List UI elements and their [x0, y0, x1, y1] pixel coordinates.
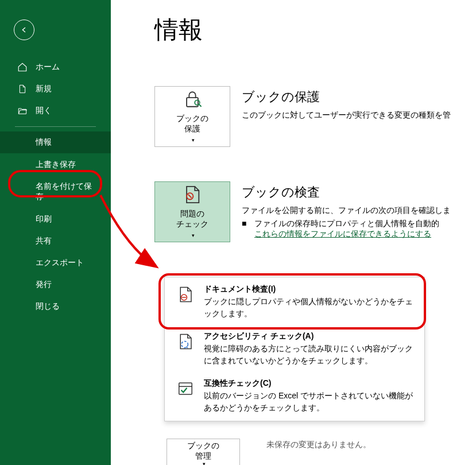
inspect-bullet: ファイルの保存時にプロパティと個人情報を自動的 — [254, 219, 439, 229]
nav-divider — [15, 126, 96, 127]
nav-label: 開く — [36, 106, 52, 116]
nav-export[interactable]: エクスポート — [0, 251, 111, 273]
page-title: 情報 — [154, 14, 476, 46]
menu-desc: 視覚に障碍のある方にとって読み取りにくい内容がブックに含まれていないかどうかをチ… — [204, 343, 413, 367]
menu-compatibility-check[interactable]: 互換性チェック(C) 以前のバージョンの Excel でサポートされていない機能… — [165, 373, 424, 420]
nav-save-as[interactable]: 名前を付けて保存 — [0, 175, 111, 207]
nav-new[interactable]: 新規 — [0, 78, 111, 100]
menu-title: 互換性チェック(C) — [204, 378, 413, 389]
accessibility-icon — [176, 332, 195, 351]
inspect-desc: ファイルを公開する前に、ファイルの次の項目を確認しま — [242, 204, 476, 216]
nav-save[interactable]: 上書き保存 — [0, 153, 111, 175]
manage-workbook-button[interactable]: ブックの 管理▾ — [167, 439, 240, 465]
menu-accessibility-check[interactable]: アクセシビリティ チェック(A) 視覚に障碍のある方にとって読み取りにくい内容が… — [165, 326, 424, 373]
document-new-icon — [17, 84, 28, 94]
check-for-issues-button[interactable]: 問題の チェック▾ — [154, 181, 230, 242]
nav-publish[interactable]: 発行 — [0, 273, 111, 295]
chevron-down-icon: ▾ — [192, 232, 195, 239]
menu-document-inspect[interactable]: ドキュメント検査(I) ブックに隠しプロパティや個人情報がないかどうかをチェック… — [165, 278, 424, 326]
chevron-down-icon: ▾ — [192, 137, 195, 144]
tile-label: ブックの 管理 — [187, 440, 219, 461]
nav-label: ホーム — [36, 62, 60, 72]
nav-home[interactable]: ホーム — [0, 56, 111, 78]
backstage-sidebar: ホーム 新規 開く 情報 上書き保存 名前を付けて保存 印刷 共有 エクスポート… — [0, 0, 111, 465]
document-check-icon — [182, 184, 203, 205]
document-inspect-icon — [176, 285, 195, 304]
nav-label: 情報 — [36, 137, 52, 148]
nav-print[interactable]: 印刷 — [0, 208, 111, 230]
nav-info[interactable]: 情報 — [0, 131, 111, 153]
nav-close[interactable]: 閉じる — [0, 295, 111, 317]
inspect-title: ブックの検査 — [242, 184, 476, 201]
home-icon — [17, 62, 28, 72]
bullet-icon: ■ — [242, 219, 246, 239]
section-protect: ブックの 保護▾ ブックの保護 このブックに対してユーザーが実行できる変更の種類… — [154, 86, 476, 147]
lock-icon — [182, 89, 203, 110]
folder-open-icon — [17, 106, 28, 116]
svg-point-4 — [181, 341, 188, 347]
menu-desc: ブックに隠しプロパティや個人情報がないかどうかをチェックします。 — [204, 296, 413, 320]
menu-desc: 以前のバージョンの Excel でサポートされていない機能があるかどうかをチェッ… — [204, 390, 413, 414]
back-button[interactable] — [14, 20, 34, 40]
compat-check-icon — [176, 379, 195, 398]
manage-desc: 未保存の変更はありません。 — [266, 440, 371, 450]
tile-label: ブックの 保護 — [176, 113, 208, 134]
allow-save-link[interactable]: これらの情報をファイルに保存できるようにする — [254, 229, 431, 238]
section-inspect: 問題の チェック▾ ブックの検査 ファイルを公開する前に、ファイルの次の項目を確… — [154, 181, 476, 242]
menu-title: アクセシビリティ チェック(A) — [204, 331, 413, 342]
nav-label: 新規 — [36, 84, 52, 94]
protect-title: ブックの保護 — [242, 88, 476, 106]
protect-workbook-button[interactable]: ブックの 保護▾ — [154, 86, 230, 147]
tile-label: 問題の チェック — [176, 208, 208, 229]
check-issues-dropdown: ドキュメント検査(I) ブックに隠しプロパティや個人情報がないかどうかをチェック… — [164, 277, 425, 421]
menu-title: ドキュメント検査(I) — [204, 284, 413, 294]
nav-share[interactable]: 共有 — [0, 230, 111, 251]
chevron-down-icon: ▾ — [203, 461, 206, 465]
protect-desc: このブックに対してユーザーが実行できる変更の種類を管 — [242, 109, 476, 121]
nav-open[interactable]: 開く — [0, 100, 111, 122]
